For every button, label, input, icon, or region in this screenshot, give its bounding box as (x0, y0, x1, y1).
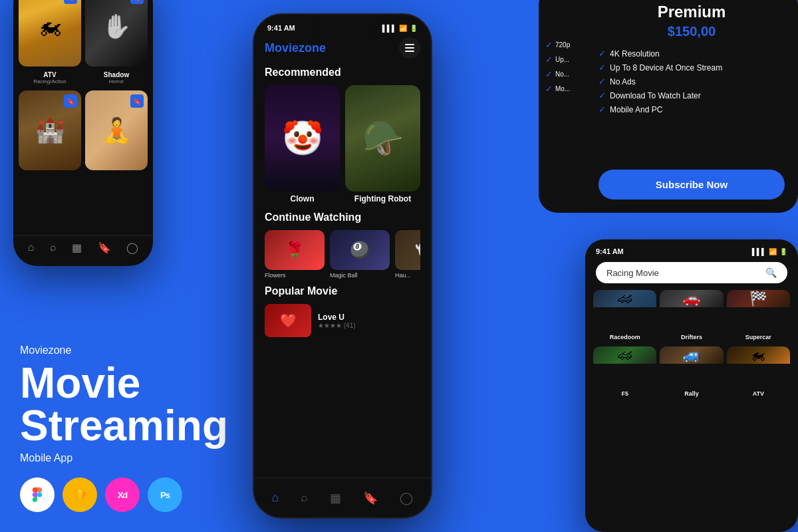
right-signal-icon: ▌▌▌ (752, 248, 766, 255)
bottom-nav-left: ⌂ ⌕ ▦ 🔖 ◯ (13, 235, 153, 259)
continue-item-flowers[interactable]: 🌹 Flowers (265, 230, 325, 279)
check-download: ✓ (598, 90, 606, 100)
center-nav-search[interactable]: ⌕ (301, 491, 308, 505)
check-noads: ✓ (598, 76, 606, 86)
feature-4k-label: 4K Resolution (610, 49, 660, 59)
racedoom-label: Racedoom (593, 334, 656, 340)
haunt-label: Hau... (395, 272, 420, 279)
check-icon-3: ✓ (545, 69, 553, 79)
movie-card-shadow[interactable]: 🔖 Shadow Horror (85, 0, 148, 86)
status-icons-center: ▌▌▌ 📶 🔋 (382, 24, 418, 32)
recommended-grid: 🤡 Clown 🪖 Fighting Robot (265, 85, 420, 203)
search-icon[interactable]: 🔍 (765, 267, 777, 278)
wifi-icon: 📶 (399, 25, 407, 32)
continue-item-haunt[interactable]: 👻 Hau... (395, 230, 420, 279)
tool-icons-row: Xd Ps (20, 477, 228, 512)
xd-icon: Xd (105, 477, 140, 512)
nav-calendar-icon[interactable]: ▦ (72, 241, 82, 254)
magicball-label: Magic Ball (330, 272, 390, 279)
feature-mobile-label: Mobile And PC (610, 105, 662, 114)
partial-feature-label-2: Up... (555, 56, 569, 63)
race-card-drifters[interactable]: 🚗 Drifters (660, 290, 723, 343)
race-card-supercar[interactable]: 🏁 Supercar (727, 290, 790, 343)
check-icon-2: ✓ (545, 55, 553, 65)
menu-line-1 (405, 44, 414, 45)
popular-section: Popular Movie ❤️ Love U ★★★★ (41) (265, 285, 420, 337)
atv-label: ATV (727, 390, 790, 397)
brand-name-label: Moviezone (20, 344, 228, 356)
movie-card-girl[interactable]: 🔖 (85, 90, 148, 170)
nav-profile-icon[interactable]: ◯ (126, 241, 138, 254)
continue-title: Continue Watching (265, 211, 420, 223)
right-phone-mockup: 9:41 AM ▌▌▌ 📶 🔋 Racing Movie 🔍 🏎 Racedoo… (585, 239, 798, 532)
center-nav-home[interactable]: ⌂ (272, 491, 279, 505)
nav-home-icon[interactable]: ⌂ (28, 241, 35, 254)
nav-bookmark-icon[interactable]: 🔖 (98, 241, 111, 254)
right-wifi-icon: 📶 (769, 248, 777, 255)
robot-label: Fighting Robot (345, 194, 420, 203)
subscribe-button[interactable]: Subscribe Now (598, 170, 785, 200)
ps-icon: Ps (148, 477, 182, 512)
hamburger-icon (405, 44, 414, 52)
menu-line-3 (405, 51, 414, 52)
movie-genre-shadow: Horror (85, 78, 148, 84)
feature-devices-label: Up To 8 Device At Once Stream (610, 63, 722, 72)
phone-notch (313, 23, 372, 37)
movie-card-atv[interactable]: 🔖 ATV Racing/Action (19, 0, 81, 86)
center-nav-calendar[interactable]: ▦ (330, 491, 341, 505)
bookmark-badge-shadow[interactable]: 🔖 (130, 0, 144, 4)
right-battery-icon: 🔋 (779, 248, 787, 255)
feature-noads-label: No Ads (610, 77, 636, 86)
signal-icon: ▌▌▌ (382, 25, 396, 32)
movie-title-atv: ATV (19, 71, 81, 78)
right-section: ✓ 720p ✓ Up... ✓ No... ✓ Mo... Premium $… (579, 0, 798, 532)
brand-title-label: Movie Streaming (20, 362, 228, 447)
continue-item-magicball[interactable]: 🎱 Magic Ball (330, 230, 390, 279)
recommended-title: Recommended (265, 66, 420, 78)
brand-subtitle-label: Mobile App (20, 452, 228, 464)
race-grid: 🏎 Racedoom 🚗 Drifters 🏁 Supercar 🏎 F5 🚙 … (585, 290, 798, 400)
recommended-item-robot[interactable]: 🪖 Fighting Robot (345, 85, 420, 203)
feature-devices: ✓ Up To 8 Device At Once Stream (598, 63, 785, 72)
battery-icon: 🔋 (410, 25, 418, 32)
race-card-atv[interactable]: 🏍 ATV (727, 346, 790, 400)
race-card-f5[interactable]: 🏎 F5 (593, 346, 656, 400)
drifters-label: Drifters (660, 334, 723, 340)
bookmark-badge-castle[interactable]: 🔖 (64, 94, 77, 108)
recommended-item-clown[interactable]: 🤡 Clown (265, 85, 340, 203)
bookmark-badge-atv[interactable]: 🔖 (64, 0, 77, 4)
popular-item-loveu[interactable]: ❤️ Love U ★★★★ (41) (265, 304, 420, 337)
center-nav-bookmark[interactable]: 🔖 (363, 491, 378, 505)
sketch-icon (63, 477, 97, 512)
check-icon-4: ✓ (545, 84, 553, 94)
partial-feature-label-3: No... (555, 70, 569, 78)
movie-card-castle[interactable]: 🔖 (19, 90, 81, 170)
figma-icon (20, 477, 55, 512)
feature-download: ✓ Download To Watch Later (598, 90, 785, 100)
supercar-label: Supercar (727, 334, 790, 340)
check-devices: ✓ (598, 63, 606, 72)
race-card-racedoom[interactable]: 🏎 Racedoom (593, 290, 656, 343)
nav-search-icon[interactable]: ⌕ (50, 241, 57, 254)
popular-item-title: Love U (318, 313, 356, 322)
bookmark-badge-girl[interactable]: 🔖 (130, 94, 144, 108)
menu-button[interactable] (399, 37, 420, 59)
premium-card-title: Premium (598, 3, 785, 21)
check-4k: ✓ (598, 49, 606, 59)
race-card-rally[interactable]: 🚙 Rally (660, 346, 723, 400)
partial-feature-label-4: Mo... (555, 85, 570, 92)
rally-label: Rally (660, 390, 723, 397)
premium-price: $150,00 (598, 24, 785, 39)
feature-mobile: ✓ Mobile And PC (598, 104, 785, 114)
center-nav-profile[interactable]: ◯ (400, 491, 413, 505)
bottom-nav-center: ⌂ ⌕ ▦ 🔖 ◯ (254, 477, 431, 517)
search-text: Racing Movie (606, 268, 659, 278)
feature-download-label: Download To Watch Later (610, 91, 701, 100)
clown-label: Clown (265, 194, 340, 203)
popular-title: Popular Movie (265, 285, 420, 297)
movie-grid: 🔖 ATV Racing/Action 🔖 Shadow Horror 🔖 (13, 0, 153, 170)
menu-line-2 (405, 47, 414, 49)
f5-label: F5 (593, 390, 656, 397)
search-bar[interactable]: Racing Movie 🔍 (596, 262, 787, 283)
movie-title-shadow: Shadow (85, 71, 148, 78)
